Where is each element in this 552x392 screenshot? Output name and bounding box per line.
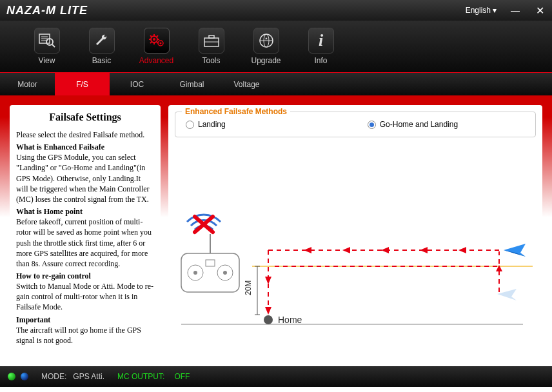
svg-line-17 <box>157 35 158 37</box>
globe-icon <box>253 28 279 54</box>
mode-value: GPS Atti. <box>73 372 104 381</box>
failsafe-diagram: Home <box>175 170 536 337</box>
language-selector[interactable]: English ▾ <box>466 6 497 15</box>
upgrade-button[interactable]: Upgrade <box>239 21 293 72</box>
settings-intro: Please select the desired Failsafe metho… <box>16 130 154 140</box>
basic-button[interactable]: Basic <box>74 21 129 72</box>
gear-icon <box>144 28 170 54</box>
radio-icon <box>368 121 376 129</box>
home-label: Home <box>278 315 302 325</box>
svg-line-14 <box>150 35 152 37</box>
radio-landing[interactable]: Landing <box>186 120 226 129</box>
text-important: The aircraft will not go home if the GPS… <box>16 325 154 346</box>
info-icon: i <box>308 28 334 54</box>
content-area: Failsafe Settings Please select the desi… <box>0 95 552 366</box>
radio-icon <box>186 121 194 129</box>
tab-fs[interactable]: F/S <box>55 73 110 95</box>
svg-marker-43 <box>381 247 389 253</box>
fieldset-legend: Enhanced Failsafe Methods <box>182 107 290 116</box>
svg-point-35 <box>264 315 273 324</box>
svg-line-5 <box>52 44 55 47</box>
distance-label: 20M <box>244 280 253 295</box>
svg-line-15 <box>157 42 158 43</box>
main-toolbar: View Basic Advanced Tools Upgrade i Info <box>0 21 552 72</box>
svg-point-26 <box>193 271 197 275</box>
failsafe-methods-fieldset: Enhanced Failsafe Methods Landing Go-Hom… <box>175 112 536 137</box>
text-what-failsafe: Using the GPS Module, you can select "La… <box>16 152 154 204</box>
settings-title: Failsafe Settings <box>16 112 154 123</box>
wrench-icon <box>89 28 115 54</box>
heading-important: Important <box>16 315 154 325</box>
tab-gimbal[interactable]: Gimbal <box>164 73 219 95</box>
svg-marker-45 <box>304 247 311 253</box>
toolbox-icon <box>199 28 224 54</box>
chevron-down-icon: ▾ <box>493 6 497 15</box>
heading-regain: How to re-gain control <box>16 271 154 281</box>
heading-home-point: What is Home point <box>16 207 154 217</box>
svg-marker-42 <box>420 247 428 253</box>
settings-info-panel: Failsafe Settings Please select the desi… <box>10 105 161 357</box>
sub-tabs: Motor F/S IOC Gimbal Voltage <box>0 72 552 95</box>
svg-line-16 <box>150 42 152 43</box>
tab-ioc[interactable]: IOC <box>110 73 164 95</box>
svg-point-9 <box>159 43 161 44</box>
svg-marker-44 <box>342 247 350 253</box>
svg-rect-24 <box>181 253 239 292</box>
svg-rect-19 <box>209 35 214 38</box>
status-led-blue <box>21 373 28 380</box>
info-button[interactable]: i Info <box>293 21 348 72</box>
close-button[interactable]: ✕ <box>534 5 546 17</box>
radio-gohome[interactable]: Go-Home and Landing <box>368 120 458 129</box>
svg-marker-47 <box>265 307 271 315</box>
title-bar: NAZA-M LITE English ▾ — ✕ <box>0 0 552 21</box>
app-title: NAZA-M LITE <box>6 4 88 17</box>
advanced-button[interactable]: Advanced <box>129 21 184 72</box>
heading-what-failsafe: What is Enhanced Failsafe <box>16 142 154 152</box>
methods-panel: Enhanced Failsafe Methods Landing Go-Hom… <box>168 105 542 357</box>
mcoutput-label: MC OUTPUT: <box>117 372 164 381</box>
text-regain: Switch to Manual Mode or Atti. Mode to r… <box>16 281 154 313</box>
status-led-green <box>8 373 15 380</box>
magnifier-icon <box>34 28 60 54</box>
svg-marker-48 <box>265 277 271 284</box>
tab-motor[interactable]: Motor <box>0 73 55 95</box>
mode-label: MODE: <box>41 372 66 381</box>
svg-point-28 <box>223 271 227 275</box>
view-button[interactable]: View <box>19 21 74 72</box>
status-bar: MODE: GPS Atti. MC OUTPUT: OFF <box>0 366 552 387</box>
svg-marker-41 <box>458 247 466 253</box>
svg-point-7 <box>153 38 155 41</box>
tools-button[interactable]: Tools <box>184 21 239 72</box>
minimize-button[interactable]: — <box>509 5 521 15</box>
tab-voltage[interactable]: Voltage <box>219 73 274 95</box>
text-home-point: Before takeoff, current position of mult… <box>16 217 154 269</box>
mcoutput-value: OFF <box>174 372 190 381</box>
